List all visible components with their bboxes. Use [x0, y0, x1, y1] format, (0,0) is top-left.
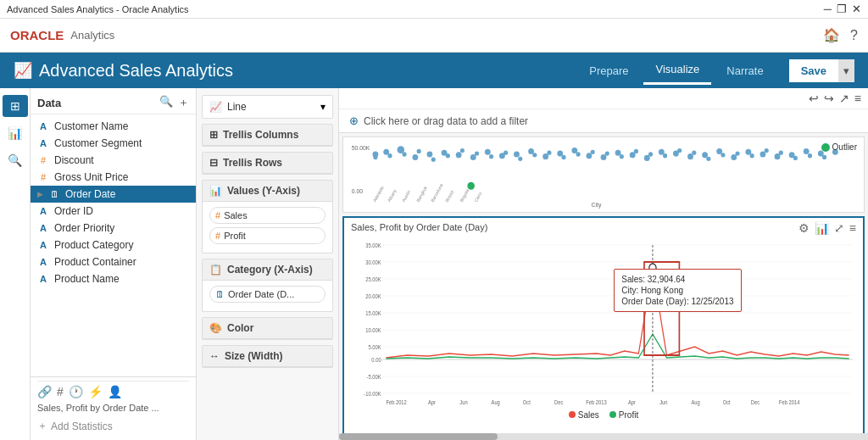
data-add-icon[interactable]: ＋ [178, 95, 189, 110]
svg-point-42 [659, 149, 665, 155]
data-item-discount[interactable]: # Discount [31, 152, 196, 169]
item-type-icon: 🗓 [48, 189, 60, 199]
data-search-icon[interactable]: 🔍 [159, 95, 173, 110]
narrate-btn[interactable]: Narrate [715, 58, 775, 84]
svg-text:City: City [592, 202, 602, 209]
item-label: Order Priority [54, 222, 114, 234]
filter-label: Click here or drag data to add a filter [364, 115, 528, 127]
close-btn[interactable]: ✕ [852, 3, 861, 15]
data-item-order-priority[interactable]: A Order Priority [31, 220, 196, 237]
help-icon[interactable]: ? [850, 28, 858, 43]
data-item-product-name[interactable]: A Product Name [31, 270, 196, 287]
save-dropdown-btn[interactable]: ▾ [838, 59, 854, 82]
svg-point-50 [716, 148, 722, 154]
chart-type-icon: 📈 [209, 101, 222, 113]
chart-header: Sales, Profit by Order Date (Day) ⚙ 📊 ⤢ … [351, 221, 856, 235]
svg-point-45 [677, 148, 682, 153]
sales-chip-icon: # [215, 210, 220, 220]
page-title: Advanced Sales Analytics [39, 61, 577, 81]
share-icon[interactable]: ↗ [839, 92, 849, 105]
item-label: Product Category [54, 239, 133, 251]
svg-point-13 [446, 153, 450, 158]
chart-expand-icon[interactable]: ⤢ [834, 221, 844, 235]
filter-bar[interactable]: ⊕ Click here or drag data to add a filte… [339, 109, 868, 133]
data-item-product-category[interactable]: A Product Category [31, 237, 196, 253]
data-item-order-date[interactable]: ▶ 🗓 Order Date [31, 186, 196, 203]
trellis-cols-icon: ⊞ [209, 129, 218, 141]
profit-chip[interactable]: # Profit [209, 227, 326, 244]
svg-text:Cairo: Cairo [473, 191, 482, 203]
add-stat-label: Add Statistics [51, 421, 113, 432]
config-section-trellis-rows: ⊟ Trellis Rows [202, 152, 333, 175]
color-header[interactable]: 🎨 Color [203, 318, 332, 339]
data-panel: Data 🔍 ＋ A Customer Name A Customer Segm… [31, 88, 197, 440]
window-controls[interactable]: ─ ❐ ✕ [824, 3, 861, 15]
chart-menu-icon[interactable]: ≡ [849, 221, 856, 235]
person-icon[interactable]: 👤 [108, 385, 122, 398]
trellis-cols-header[interactable]: ⊞ Trellis Columns [203, 125, 332, 146]
svg-text:35.00K: 35.00K [365, 242, 381, 248]
prepare-btn[interactable]: Prepare [577, 58, 640, 84]
svg-point-41 [648, 152, 653, 156]
svg-point-36 [615, 150, 621, 156]
data-item-customer-name[interactable]: A Customer Name [31, 118, 196, 135]
item-type-icon: A [37, 257, 49, 267]
viz-label[interactable]: Sales, Profit by Order Date ... [37, 400, 189, 415]
sidebar-viz-icon[interactable]: 📊 [3, 122, 28, 144]
data-item-order-id[interactable]: A Order ID [31, 203, 196, 220]
chart-bar-icon[interactable]: 📊 [815, 221, 829, 235]
svg-point-62 [804, 148, 810, 154]
svg-text:Apr: Apr [428, 398, 437, 406]
item-label: Product Name [54, 273, 120, 285]
outlier-dot [821, 143, 830, 152]
svg-point-61 [793, 156, 798, 160]
sidebar-data-icon[interactable]: ⊞ [3, 95, 28, 117]
item-type-icon: A [37, 206, 49, 216]
scrollbar-thumb[interactable] [339, 433, 498, 440]
redo-icon[interactable]: ↪ [824, 92, 834, 105]
add-statistics[interactable]: ＋ Add Statistics [37, 415, 189, 437]
hash-icon[interactable]: # [57, 385, 64, 398]
data-item-product-container[interactable]: A Product Container [31, 253, 196, 270]
expand-arrow: ▶ [37, 190, 43, 198]
order-date-chip[interactable]: 🗓 Order Date (D... [209, 286, 326, 303]
chart-type-dropdown-icon[interactable]: ▾ [320, 101, 326, 113]
category-header[interactable]: 📋 Category (X-Axis) [203, 259, 332, 281]
maximize-btn[interactable]: ❐ [837, 3, 847, 15]
menu-icon[interactable]: ≡ [854, 92, 861, 105]
trellis-rows-header[interactable]: ⊟ Trellis Rows [203, 153, 332, 174]
legend-sales-label: Sales [578, 410, 599, 420]
svg-point-47 [692, 151, 696, 155]
svg-point-67 [467, 182, 475, 190]
data-item-gross-unit-price[interactable]: # Gross Unit Price [31, 169, 196, 186]
item-label: Order ID [54, 205, 93, 217]
visualize-btn[interactable]: Visualize [643, 56, 711, 85]
nav-title-area: 📈 Advanced Sales Analytics [14, 61, 577, 81]
link-icon[interactable]: 🔗 [37, 385, 52, 398]
svg-point-21 [504, 151, 508, 155]
color-icon: 🎨 [209, 322, 222, 334]
chart-type-selector[interactable]: 📈 Line ▾ [202, 95, 333, 119]
home-icon[interactable]: 🏠 [823, 27, 840, 43]
clock-icon[interactable]: 🕐 [69, 385, 83, 398]
bottom-scrollbar[interactable] [339, 433, 868, 440]
sidebar-search-icon[interactable]: 🔍 [3, 149, 28, 171]
sales-chip[interactable]: # Sales [209, 207, 326, 224]
oracle-analytics-label: Analytics [70, 29, 114, 42]
config-section-size: ↔ Size (Width) [202, 345, 333, 368]
data-panel-actions: 🔍 ＋ [159, 95, 189, 110]
values-header[interactable]: 📊 Values (Y-Axis) [203, 181, 332, 202]
item-label: Customer Segment [54, 137, 142, 149]
nav-actions: Prepare Visualize Narrate Save ▾ [577, 56, 854, 85]
size-header[interactable]: ↔ Size (Width) [203, 346, 332, 367]
svg-text:Bangkok: Bangkok [415, 185, 428, 203]
category-body: 🗓 Order Date (D... [203, 281, 332, 311]
save-button[interactable]: Save [789, 59, 838, 82]
svg-point-53 [735, 151, 739, 155]
filter-icon[interactable]: ⚡ [88, 385, 103, 398]
minimize-btn[interactable]: ─ [824, 3, 832, 15]
data-item-customer-segment[interactable]: A Customer Segment [31, 135, 196, 152]
undo-icon[interactable]: ↩ [809, 92, 819, 105]
svg-text:Oct: Oct [523, 398, 531, 405]
chart-settings-icon[interactable]: ⚙ [798, 221, 810, 235]
